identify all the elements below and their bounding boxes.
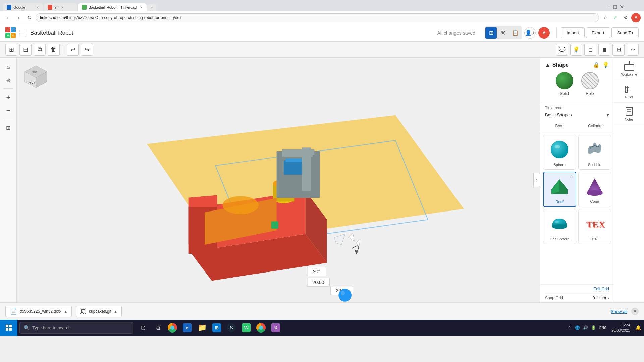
close-download-bar-btn[interactable]: ✕ [631,308,639,315]
svg-rect-65 [9,328,12,331]
half-sphere-shape-item[interactable]: Half Sphere [543,209,576,244]
tab-close-2[interactable]: ✕ [61,6,64,9]
home-view-btn[interactable]: ⌂ [3,61,14,72]
select-btn[interactable]: ◻ [584,44,596,56]
taskbar-app-chess[interactable]: ♛ [268,320,283,336]
tray-caret[interactable]: ^ [566,324,573,331]
user-avatar[interactable]: A [538,27,550,39]
taskbar-app-store[interactable]: ⊞ [209,320,224,336]
solid-type-btn[interactable]: Solid [556,72,573,96]
network-icon[interactable]: 🌐 [574,324,581,331]
svg-point-40 [551,141,568,158]
taskbar-app-chrome2[interactable] [254,320,268,336]
notes-tab[interactable]: Notes [614,103,644,125]
view-book-btn[interactable]: 📋 [509,27,521,39]
roof-favorite-icon[interactable]: ☆ [569,174,574,179]
browser-tab-2[interactable]: YT ✕ [44,3,77,11]
edit-grid-link[interactable]: Edit Grid [545,285,609,293]
orientation-cube[interactable]: RIGhT TOP [22,63,50,90]
back-btn[interactable]: ‹ [3,13,12,22]
shape-collapse-btn[interactable]: ▲ [545,62,550,68]
redo-btn[interactable]: ↪ [81,44,93,56]
ungroup-btn[interactable]: ⊟ [19,44,32,56]
view-list-btn[interactable]: ⚒ [497,27,509,39]
roof-shape-item[interactable]: ☆ Roof [543,172,576,207]
category-dropdown-btn[interactable]: ▾ [606,112,609,118]
tab-close-1[interactable]: ✕ [36,6,39,9]
mirror-btn[interactable]: ⇔ [627,44,639,56]
taskbar-app-misc[interactable]: W [239,320,254,336]
bookmark-btn[interactable]: ☆ [601,13,610,22]
cone-shape-item[interactable]: Cone [578,172,611,207]
svg-text:RIGhT: RIGhT [29,81,37,84]
svg-rect-64 [6,328,8,331]
browser-tab-new[interactable]: + [147,4,156,11]
box-tab[interactable]: Box [540,121,577,132]
ruler-tab[interactable]: Ruler [614,80,644,103]
zoom-out-btn[interactable]: − [3,105,14,116]
taskbar-app-files[interactable]: 📁 [195,320,209,336]
send-to-btn[interactable]: Send To [611,27,639,38]
sphere-shape-item[interactable]: Sphere [543,135,576,170]
browser-tab-1[interactable]: Google ✕ [3,3,43,11]
notification-btn[interactable]: 🔔 [633,320,643,336]
taskbar-search[interactable]: 🔍 Type here to search [19,322,133,334]
camera-btn[interactable]: 💬 [556,44,568,56]
workplane-tab[interactable]: Workplane [614,58,644,80]
taskbar-app-chrome[interactable] [165,320,180,336]
settings-btn[interactable]: ⚙ [621,13,630,22]
fit-view-btn[interactable]: ⊕ [3,74,14,86]
task-view-btn[interactable]: ⧉ [150,320,165,336]
viewport[interactable]: RIGhT TOP [17,58,540,302]
snap-value-control[interactable]: 0.1 mm ▾ [593,296,609,300]
volume-icon[interactable]: 🔊 [582,324,589,331]
download-item-1[interactable]: 📄 tf55635225_win32.dotx ▲ [5,306,72,317]
browser-tab-active[interactable]: Basketball Robot – Tinkercad ✕ [78,3,147,11]
lock-icon[interactable]: 🔒 [593,62,600,68]
group-btn[interactable]: ⊞ [5,44,17,56]
battery-icon[interactable]: 🔋 [590,324,597,331]
lightbulb-btn[interactable]: 💡 [570,44,582,56]
import-btn[interactable]: Import [561,27,585,38]
close-btn[interactable]: ✕ [620,4,624,10]
download-name-2: cupcakes.gif [89,309,111,314]
grid-view-btn[interactable]: ⊞ [3,122,14,133]
duplicate-btn[interactable]: ⧉ [34,44,46,56]
expand-panel-btn[interactable]: › [533,173,540,187]
zoom-in-btn[interactable]: + [3,92,14,103]
align-btn[interactable]: ⊟ [612,44,625,56]
light-icon[interactable]: 💡 [602,62,609,68]
deselect-btn[interactable]: ◼ [598,44,610,56]
cylinder-tab[interactable]: Cylinder [577,121,614,132]
minimize-btn[interactable]: ─ [607,4,611,10]
taskbar-app-edge[interactable]: e [180,320,195,336]
taskbar-app-steam[interactable]: S [224,320,239,336]
scribble-shape-item[interactable]: Scribble [578,135,611,170]
menu-icon[interactable] [19,29,28,37]
delete-btn[interactable]: 🗑 [48,44,60,56]
hole-type-btn[interactable]: Hole [581,72,599,96]
download-name-1: tf55635225_win32.dotx [20,309,61,314]
language-indicator[interactable]: ENG [598,324,608,331]
taskbar-clock[interactable]: 16:24 26/03/2021 [609,322,633,334]
download-item-2[interactable]: 🖼 cupcakes.gif ▲ [76,306,122,317]
user-profile-icon[interactable]: A [631,13,641,22]
refresh-btn[interactable]: ↻ [25,13,34,22]
cortana-btn[interactable]: ⊙ [136,320,150,336]
forward-btn[interactable]: › [14,13,23,22]
maximize-btn[interactable]: □ [613,4,617,10]
taskbar-search-text: Type here to search [32,325,71,330]
show-all-btn[interactable]: Show all [611,309,627,314]
text-shape-item[interactable]: TEXT TEXT TEXT [578,209,611,244]
undo-btn[interactable]: ↩ [67,44,79,56]
tinkercad-logo[interactable]: T I N K [5,27,17,39]
half-sphere-label: Half Sphere [550,237,569,241]
export-btn[interactable]: Export [586,27,610,38]
view-grid-btn[interactable]: ⊞ [485,27,497,39]
extension-check-btn[interactable]: ✓ [611,13,620,22]
tab-close-active[interactable]: ✕ [140,6,143,9]
add-user-btn[interactable]: 👤+ [524,27,536,39]
shape-tabs: Box Cylinder [540,121,614,132]
address-bar[interactable] [36,13,599,22]
start-btn[interactable] [0,320,17,336]
